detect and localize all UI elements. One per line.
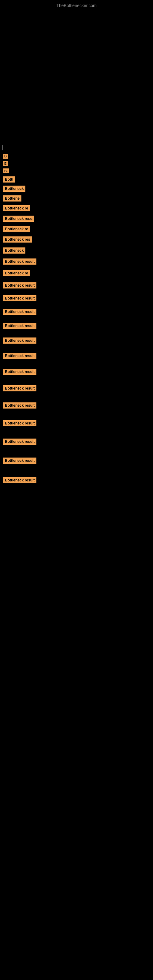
- list-item: Bottleneck result: [3, 420, 151, 426]
- list-item: Bottleneck result: [3, 309, 151, 315]
- list-item: Bottleneck result: [3, 369, 151, 375]
- cursor-indicator: |: [0, 141, 153, 154]
- list-item: Bottleneck resu: [3, 216, 151, 222]
- list-item: Bottleneck result: [3, 458, 151, 464]
- bottleneck-label: Bottleneck re: [3, 205, 30, 211]
- list-item: B: [3, 154, 151, 159]
- bottleneck-label: Bottleneck: [3, 247, 26, 254]
- bottleneck-label: Bottleneck result: [3, 477, 37, 483]
- bottleneck-label: Bottleneck result: [3, 353, 37, 359]
- bottleneck-label: Bottleneck result: [3, 309, 37, 315]
- list-item: Bottleneck result: [3, 323, 151, 329]
- list-item: Bottleneck result: [3, 385, 151, 391]
- bottleneck-label: Bottleneck result: [3, 439, 37, 445]
- list-item: Bottleneck result: [3, 439, 151, 445]
- list-item: Bottleneck result: [3, 258, 151, 265]
- bottleneck-label: Bottleneck: [3, 186, 26, 192]
- bottleneck-label: Bottleneck result: [3, 282, 37, 288]
- bottleneck-label: Bottleneck result: [3, 369, 37, 375]
- bottleneck-label: Bottleneck re: [3, 226, 30, 232]
- bottleneck-label: B.: [3, 169, 9, 173]
- bottleneck-label: Bottleneck res: [3, 236, 32, 243]
- bottleneck-label: Bottleneck result: [3, 337, 37, 344]
- bottleneck-label: Bottleneck re: [3, 270, 30, 276]
- bottleneck-label: Bottleneck resu: [3, 216, 34, 222]
- bottleneck-label: Bottleneck result: [3, 323, 37, 329]
- bottleneck-label: E: [3, 161, 8, 166]
- bottleneck-label: Bottleneck result: [3, 295, 37, 301]
- list-item: Bottleneck res: [3, 236, 151, 243]
- list-item: Bottleneck: [3, 247, 151, 254]
- list-item: Bottlene: [3, 196, 151, 202]
- chart-area: [0, 10, 153, 141]
- list-item: Bottleneck result: [3, 353, 151, 359]
- bottleneck-label: Bottleneck result: [3, 385, 37, 391]
- list-item: Bottleneck: [3, 186, 151, 192]
- bottleneck-label: Bottl: [3, 177, 15, 183]
- list-item: E: [3, 161, 151, 166]
- list-item: Bottleneck re: [3, 270, 151, 276]
- list-item: Bottleneck result: [3, 402, 151, 409]
- bottleneck-label: Bottleneck result: [3, 258, 37, 265]
- bottleneck-label: B: [3, 154, 8, 159]
- list-item: Bottleneck re: [3, 226, 151, 232]
- bottleneck-label: Bottlene: [3, 196, 21, 202]
- list-item: Bottleneck result: [3, 282, 151, 288]
- list-item: B.: [3, 169, 151, 173]
- list-item: Bottl: [3, 177, 151, 183]
- items-section: B E B. Bottl Bottleneck Bottlene Bottlen…: [0, 154, 153, 483]
- list-item: Bottleneck result: [3, 337, 151, 344]
- site-title: TheBottlenecker.com: [0, 0, 153, 10]
- page-wrapper: TheBottlenecker.com | B E B. Bottl Bottl…: [0, 0, 153, 483]
- bottleneck-label: Bottleneck result: [3, 402, 37, 409]
- list-item: Bottleneck result: [3, 477, 151, 483]
- bottleneck-label: Bottleneck result: [3, 458, 37, 464]
- list-item: Bottleneck re: [3, 205, 151, 211]
- bottleneck-label: Bottleneck result: [3, 420, 37, 426]
- list-item: Bottleneck result: [3, 295, 151, 301]
